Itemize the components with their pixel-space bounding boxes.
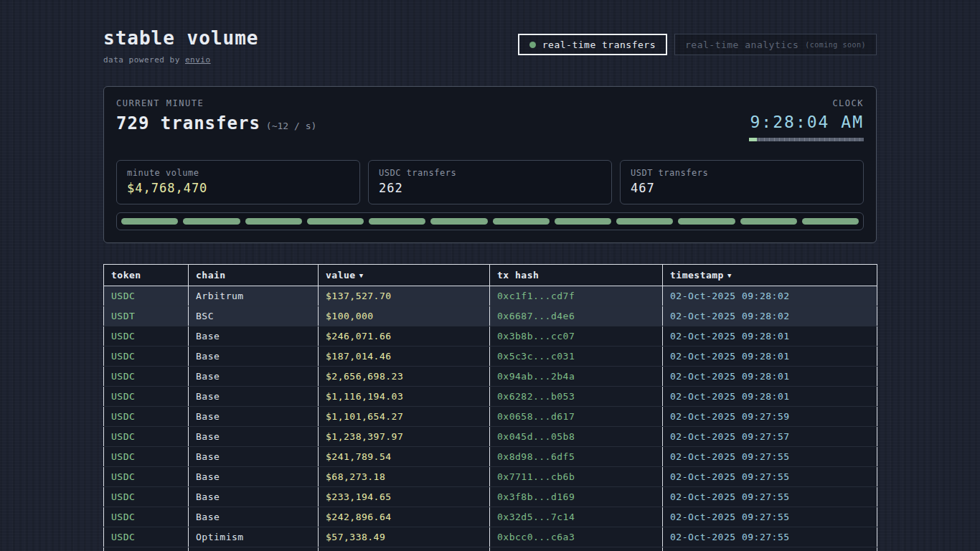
value-cell: $1,101,654.27 xyxy=(319,407,490,427)
panel-top: CURRENT MINUTE 729 transfers (~12 / s) C… xyxy=(116,98,864,141)
tx-hash-link[interactable]: 0x94ab...2b4a xyxy=(490,367,663,387)
transfer-count: 729 transfers xyxy=(116,113,260,133)
table-row: USDC Base $233,194.65 0xbf75...3661 02-O… xyxy=(104,547,877,551)
column-header-tx-hash: tx hash xyxy=(490,265,663,286)
activity-segment xyxy=(493,218,550,225)
tx-hash-link[interactable]: 0x7711...cb6b xyxy=(490,467,663,487)
timestamp-cell: 02-Oct-2025 09:27:59 xyxy=(663,407,877,427)
tx-hash-link[interactable]: 0xbcc0...c6a3 xyxy=(490,527,663,547)
chain-cell: Base xyxy=(189,467,319,487)
tab-real-time-analytics[interactable]: real-time analytics (coming soon) xyxy=(674,34,877,55)
column-header-timestamp[interactable]: timestamp▼ xyxy=(663,265,877,286)
stat-label: USDT transfers xyxy=(631,168,853,178)
tx-hash-link[interactable]: 0xbf75...3661 xyxy=(490,547,663,551)
value-cell: $57,338.49 xyxy=(319,527,490,547)
stat-value: $4,768,470 xyxy=(127,181,349,195)
activity-segment xyxy=(307,218,364,225)
page-title: stable volume xyxy=(103,27,259,49)
table-row: USDC Base $1,238,397.97 0x045d...05b8 02… xyxy=(104,427,877,447)
chain-cell: Base xyxy=(189,387,319,407)
tx-hash-link[interactable]: 0x6282...b053 xyxy=(490,387,663,407)
tx-hash-link[interactable]: 0x5c3c...c031 xyxy=(490,347,663,367)
timestamp-cell: 02-Oct-2025 09:28:01 xyxy=(663,347,877,367)
brand: stable volume data powered by envio xyxy=(103,27,259,65)
token-cell: USDC xyxy=(104,367,189,387)
column-header-token: token xyxy=(104,265,189,286)
tx-hash-link[interactable]: 0xc1f1...cd7f xyxy=(490,286,663,306)
token-cell: USDC xyxy=(104,447,189,467)
chain-cell: Base xyxy=(189,487,319,507)
tx-hash-link[interactable]: 0x0658...d617 xyxy=(490,407,663,427)
activity-segment xyxy=(121,218,178,225)
tab-label: real-time transfers xyxy=(542,39,656,50)
chain-cell: Base xyxy=(189,407,319,427)
page: stable volume data powered by envio real… xyxy=(103,0,877,551)
tab-label: real-time analytics xyxy=(685,39,798,50)
tab-real-time-transfers[interactable]: real-time transfers xyxy=(518,34,667,55)
chain-cell: Base xyxy=(189,326,319,347)
stat-card-minute-volume: minute volume $4,768,470 xyxy=(116,160,360,204)
envio-link[interactable]: envio xyxy=(185,55,211,65)
table-row: USDT BSC $100,000 0x6687...d4e6 02-Oct-2… xyxy=(104,306,877,326)
stat-label: USDC transfers xyxy=(379,168,601,178)
value-cell: $233,194.65 xyxy=(319,547,490,551)
stat-cards: minute volume $4,768,470 USDC transfers … xyxy=(116,160,864,204)
clock-progress-track xyxy=(749,138,864,141)
token-cell: USDC xyxy=(104,487,189,507)
stat-value: 467 xyxy=(631,181,853,195)
timestamp-cell: 02-Oct-2025 09:28:01 xyxy=(663,326,877,347)
subtitle-text: data powered by xyxy=(103,55,180,65)
chain-cell: Base xyxy=(189,347,319,367)
table-row: USDC Base $2,656,698.23 0x94ab...2b4a 02… xyxy=(104,367,877,387)
timestamp-cell: 02-Oct-2025 09:28:01 xyxy=(663,387,877,407)
activity-segment xyxy=(555,218,611,225)
timestamp-cell: 02-Oct-2025 09:27:55 xyxy=(663,467,877,487)
tx-hash-link[interactable]: 0x6687...d4e6 xyxy=(490,306,663,326)
token-cell: USDC xyxy=(104,467,189,487)
tx-hash-link[interactable]: 0x3b8b...cc07 xyxy=(490,326,663,347)
timestamp-cell: 02-Oct-2025 09:27:53 xyxy=(663,547,877,551)
value-cell: $241,789.54 xyxy=(319,447,490,467)
transfers-table-body: USDC Arbitrum $137,527.70 0xc1f1...cd7f … xyxy=(104,286,877,551)
tx-hash-link[interactable]: 0x32d5...7c14 xyxy=(490,507,663,527)
value-cell: $137,527.70 xyxy=(319,286,490,306)
transfers-table: token chain value▼ tx hash timestamp▼ US… xyxy=(103,264,877,551)
column-header-value[interactable]: value▼ xyxy=(319,265,490,286)
timestamp-cell: 02-Oct-2025 09:27:55 xyxy=(663,507,877,527)
chain-cell: Base xyxy=(189,507,319,527)
chain-cell: Base xyxy=(189,427,319,447)
topbar: stable volume data powered by envio real… xyxy=(103,0,877,65)
tx-hash-link[interactable]: 0x045d...05b8 xyxy=(490,427,663,447)
chain-cell: Base xyxy=(189,547,319,551)
live-dot-icon xyxy=(529,42,536,48)
value-cell: $100,000 xyxy=(319,306,490,326)
timestamp-cell: 02-Oct-2025 09:28:01 xyxy=(663,367,877,387)
clock-label: CLOCK xyxy=(749,98,864,108)
token-cell: USDC xyxy=(104,407,189,427)
chain-cell: BSC xyxy=(189,306,319,326)
value-cell: $1,116,194.03 xyxy=(319,387,490,407)
table-row: USDC Base $233,194.65 0x3f8b...d169 02-O… xyxy=(104,487,877,507)
tx-hash-link[interactable]: 0x8d98...6df5 xyxy=(490,447,663,467)
value-cell: $68,273.18 xyxy=(319,467,490,487)
table-row: USDC Base $242,896.64 0x32d5...7c14 02-O… xyxy=(104,507,877,527)
current-minute-label: CURRENT MINUTE xyxy=(116,98,316,108)
value-cell: $187,014.46 xyxy=(319,347,490,367)
transfers-table-header: token chain value▼ tx hash timestamp▼ xyxy=(104,265,877,286)
stat-card-usdt-transfers: USDT transfers 467 xyxy=(620,160,864,204)
transfer-rate: (~12 / s) xyxy=(266,121,316,131)
timestamp-cell: 02-Oct-2025 09:27:55 xyxy=(663,447,877,467)
sort-desc-icon: ▼ xyxy=(359,272,364,279)
stat-value: 262 xyxy=(379,181,601,195)
token-cell: USDC xyxy=(104,547,189,551)
value-cell: $246,071.66 xyxy=(319,326,490,347)
table-row: USDC Base $187,014.46 0x5c3c...c031 02-O… xyxy=(104,347,877,367)
stat-card-usdc-transfers: USDC transfers 262 xyxy=(368,160,612,204)
clock-progress-fill xyxy=(749,138,757,141)
value-cell: $1,238,397.97 xyxy=(319,427,490,447)
token-cell: USDC xyxy=(104,387,189,407)
chain-cell: Arbitrum xyxy=(189,286,319,306)
coming-soon-badge: (coming soon) xyxy=(805,41,866,49)
subtitle: data powered by envio xyxy=(103,55,259,65)
tx-hash-link[interactable]: 0x3f8b...d169 xyxy=(490,487,663,507)
